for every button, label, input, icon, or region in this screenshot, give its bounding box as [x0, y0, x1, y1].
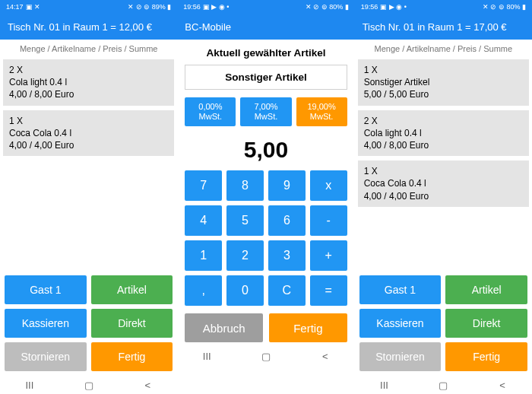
item-qty: 1 X	[9, 115, 168, 127]
status-bar: 14:17▣ ✕ ✕ ⊘ ⊚ 89% ▮	[0, 0, 177, 14]
fertig-button[interactable]: Fertig	[91, 342, 173, 371]
item-qty: 2 X	[9, 64, 168, 76]
tax-rate: 19,00%	[296, 102, 347, 112]
screen-order-2: 19:56▣ ▶ ◉ • ✕ ⊘ ⊚ 80% ▮ Tisch Nr. 01 in…	[355, 0, 532, 394]
item-name: Sonstiger Artikel	[364, 76, 523, 88]
list-item[interactable]: 1 X Coca Cola 0.4 l 4,00 / 4,00 Euro	[358, 160, 529, 207]
status-time: 14:17	[6, 3, 24, 11]
fertig-button[interactable]: Fertig	[445, 342, 527, 371]
stornieren-button[interactable]: Stornieren	[5, 342, 87, 371]
item-name: Coca Cola 0.4 l	[364, 177, 523, 189]
kassieren-button[interactable]: Kassieren	[359, 309, 442, 338]
back-icon[interactable]: <	[497, 380, 508, 390]
key-8[interactable]: 8	[226, 170, 264, 201]
recents-icon[interactable]: III	[201, 351, 212, 361]
list-item[interactable]: 2 X Cola light 0.4 l 4,00 / 8,00 Euro	[3, 59, 174, 106]
status-icons-right: ✕ ⊘ ⊚ 80% ▮	[306, 3, 349, 11]
item-qty: 1 X	[364, 165, 523, 177]
stornieren-button[interactable]: Stornieren	[359, 342, 442, 371]
status-time: 19:56	[361, 3, 378, 11]
android-nav: III ▢ <	[0, 376, 177, 394]
key-1[interactable]: 1	[185, 240, 222, 271]
key-3[interactable]: 3	[268, 240, 306, 271]
home-icon[interactable]: ▢	[84, 380, 94, 390]
tax-label: MwSt.	[240, 112, 291, 122]
screen-order-1: 14:17▣ ✕ ✕ ⊘ ⊚ 89% ▮ Tisch Nr. 01 in Rau…	[0, 0, 177, 394]
home-icon[interactable]: ▢	[261, 351, 271, 361]
key-9[interactable]: 9	[268, 170, 306, 201]
key-comma[interactable]: ,	[185, 275, 222, 306]
app-bar-title: Tisch Nr. 01 in Raum 1 = 17,00 €	[355, 14, 532, 40]
tax-row: 0,00% MwSt. 7,00% MwSt. 19,00% MwSt.	[177, 90, 354, 126]
key-equals[interactable]: =	[310, 275, 347, 306]
back-icon[interactable]: <	[142, 380, 153, 390]
key-0[interactable]: 0	[226, 275, 264, 306]
action-buttons: Gast 1 Artikel Kassieren Direkt Stornier…	[0, 272, 177, 376]
status-time: 19:56	[183, 3, 201, 11]
status-icons-right: ✕ ⊘ ⊚ 89% ▮	[128, 3, 171, 11]
status-icons-left: ▣ ▶ ◉ •	[203, 3, 230, 11]
direkt-button[interactable]: Direkt	[445, 309, 527, 338]
item-price: 4,00 / 4,00 Euro	[9, 139, 168, 151]
artikel-button[interactable]: Artikel	[91, 275, 173, 304]
key-5[interactable]: 5	[226, 205, 264, 236]
key-4[interactable]: 4	[185, 205, 222, 236]
status-icons-right: ✕ ⊘ ⊚ 80% ▮	[483, 3, 526, 11]
key-minus[interactable]: -	[310, 205, 347, 236]
tax-rate: 0,00%	[185, 102, 236, 112]
status-bar: 19:56▣ ▶ ◉ • ✕ ⊘ ⊚ 80% ▮	[177, 0, 354, 14]
tax-label: MwSt.	[185, 112, 236, 122]
tax-19-button[interactable]: 19,00% MwSt.	[296, 97, 347, 126]
kassieren-button[interactable]: Kassieren	[5, 309, 87, 338]
item-price: 5,00 / 5,00 Euro	[364, 88, 523, 100]
section-title: Aktuell gewählter Artikel	[177, 40, 354, 65]
gast-button[interactable]: Gast 1	[5, 275, 87, 304]
keypad: 7 8 9 x 4 5 6 - 1 2 3 + , 0 C =	[177, 170, 354, 306]
artikel-button[interactable]: Artikel	[445, 275, 527, 304]
list-header: Menge / Artikelname / Preis / Summe	[0, 40, 177, 58]
direkt-button[interactable]: Direkt	[91, 309, 173, 338]
abbruch-button[interactable]: Abbruch	[185, 313, 263, 342]
key-x[interactable]: x	[310, 170, 347, 201]
tax-0-button[interactable]: 0,00% MwSt.	[185, 97, 236, 126]
tax-7-button[interactable]: 7,00% MwSt.	[240, 97, 291, 126]
item-qty: 2 X	[364, 115, 523, 127]
list-header: Menge / Artikelname / Preis / Summe	[355, 40, 532, 58]
app-bar-title: Tisch Nr. 01 in Raum 1 = 12,00 €	[0, 14, 177, 40]
key-6[interactable]: 6	[268, 205, 306, 236]
item-name: Coca Cola 0.4 l	[9, 127, 168, 139]
screen-keypad: 19:56▣ ▶ ◉ • ✕ ⊘ ⊚ 80% ▮ BC-Mobile Aktue…	[177, 0, 354, 394]
item-name: Cola light 0.4 l	[364, 127, 523, 139]
recents-icon[interactable]: III	[379, 380, 390, 390]
bottom-actions: Abbruch Fertig	[177, 306, 354, 347]
key-c[interactable]: C	[268, 275, 306, 306]
android-nav: III ▢ <	[177, 347, 354, 365]
list-item[interactable]: 2 X Cola light 0.4 l 4,00 / 8,00 Euro	[358, 110, 529, 157]
tax-label: MwSt.	[296, 112, 347, 122]
status-icons-left: ▣ ✕	[26, 3, 41, 11]
list-item[interactable]: 1 X Coca Cola 0.4 l 4,00 / 4,00 Euro	[3, 110, 174, 157]
key-7[interactable]: 7	[185, 170, 222, 201]
key-plus[interactable]: +	[310, 240, 347, 271]
fertig-button[interactable]: Fertig	[269, 313, 347, 342]
list-item[interactable]: 1 X Sonstiger Artikel 5,00 / 5,00 Euro	[358, 59, 529, 106]
item-price: 4,00 / 8,00 Euro	[9, 88, 168, 100]
android-nav: III ▢ <	[355, 376, 532, 394]
status-icons-left: ▣ ▶ ◉ •	[380, 3, 407, 11]
tax-rate: 7,00%	[240, 102, 291, 112]
item-price: 4,00 / 8,00 Euro	[364, 139, 523, 151]
home-icon[interactable]: ▢	[438, 380, 448, 390]
back-icon[interactable]: <	[320, 351, 331, 361]
app-bar-title: BC-Mobile	[177, 14, 354, 40]
item-qty: 1 X	[364, 64, 523, 76]
recents-icon[interactable]: III	[24, 380, 35, 390]
article-name: Sonstiger Artikel	[185, 65, 347, 90]
action-buttons: Gast 1 Artikel Kassieren Direkt Stornier…	[355, 272, 532, 376]
key-2[interactable]: 2	[226, 240, 264, 271]
item-name: Cola light 0.4 l	[9, 76, 168, 88]
amount-display: 5,00	[177, 126, 354, 170]
gast-button[interactable]: Gast 1	[359, 275, 442, 304]
item-price: 4,00 / 4,00 Euro	[364, 190, 523, 202]
status-bar: 19:56▣ ▶ ◉ • ✕ ⊘ ⊚ 80% ▮	[355, 0, 532, 14]
